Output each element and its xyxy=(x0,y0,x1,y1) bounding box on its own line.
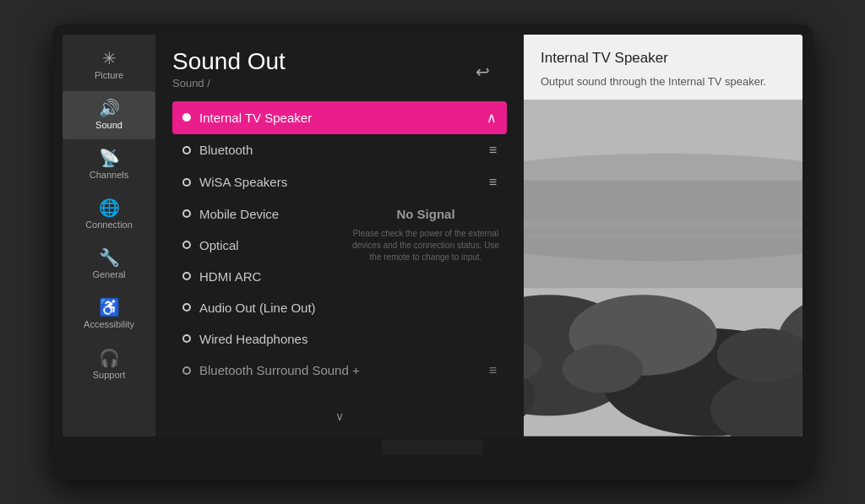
svg-point-8 xyxy=(562,344,643,393)
preview-desc: Output sound through the Internal TV spe… xyxy=(541,73,786,90)
radio-dot xyxy=(182,303,191,312)
radio-dot xyxy=(182,272,191,280)
general-icon: 🔧 xyxy=(99,249,120,266)
sound-item-label: HDMI ARC xyxy=(199,269,261,284)
radio-dot xyxy=(182,178,191,187)
sound-item-audio-out[interactable]: Audio Out (Line Out) xyxy=(172,292,507,323)
sound-item-label: Wired Headphones xyxy=(199,332,307,346)
main-content: Sound Out Sound / ↩ Internal TV Speaker … xyxy=(155,35,524,436)
sidebar-item-picture[interactable]: ✳ Picture xyxy=(63,41,155,89)
sound-item-label: Optical xyxy=(199,238,239,252)
channels-icon: 📡 xyxy=(99,149,120,166)
preview-panel: Internal TV Speaker Output sound through… xyxy=(524,35,802,436)
breadcrumb: Sound / xyxy=(172,77,507,89)
picture-icon: ✳ xyxy=(102,50,117,67)
sidebar-item-label: Connection xyxy=(85,219,133,230)
radio-dot xyxy=(182,241,191,249)
sidebar-item-label: Support xyxy=(93,370,126,381)
radio-dot xyxy=(182,209,191,218)
sidebar-item-connection[interactable]: 🌐 Connection xyxy=(63,191,155,239)
preview-title: Internal TV Speaker xyxy=(541,50,786,67)
tv-stand xyxy=(382,440,483,455)
accessibility-icon: ♿ xyxy=(99,299,120,316)
sidebar-item-general[interactable]: 🔧 General xyxy=(63,241,155,289)
radio-dot xyxy=(182,146,191,154)
menu-icon: ≡ xyxy=(489,175,497,190)
radio-dot xyxy=(182,334,191,343)
sound-list: Internal TV Speaker ∧ Bluetooth ≡ WiSA S… xyxy=(172,101,507,408)
support-icon: 🎧 xyxy=(99,350,120,366)
sidebar-item-accessibility[interactable]: ♿ Accessibility xyxy=(63,290,155,339)
sound-item-mobile-device[interactable]: Mobile Device xyxy=(172,198,507,230)
chevron-up-icon: ∧ xyxy=(487,110,497,126)
back-button[interactable]: ↩ xyxy=(476,62,490,82)
title-area: Sound Out Sound / xyxy=(172,48,507,101)
svg-point-13 xyxy=(524,154,802,262)
sound-item-label: Bluetooth xyxy=(199,143,253,157)
sound-item-bluetooth-surround[interactable]: Bluetooth Surround Sound + ≡ xyxy=(172,355,507,387)
radio-dot xyxy=(182,113,191,122)
tv-outer: ✳ Picture 🔊 Sound 📡 Channels 🌐 Connectio… xyxy=(52,24,813,480)
sidebar-item-label: General xyxy=(92,269,125,280)
connection-icon: 🌐 xyxy=(99,199,120,216)
sound-item-label: Bluetooth Surround Sound + xyxy=(199,363,360,377)
sound-icon: 🔊 xyxy=(99,100,120,117)
sound-item-label: Internal TV Speaker xyxy=(199,111,312,125)
header-area: Sound Out Sound / ↩ xyxy=(172,48,507,101)
sound-item-bluetooth[interactable]: Bluetooth ≡ xyxy=(172,134,507,166)
sound-item-wisa-speakers[interactable]: WiSA Speakers ≡ xyxy=(172,166,507,198)
menu-icon: ≡ xyxy=(489,363,497,378)
scroll-down-indicator: ∨ xyxy=(172,409,507,423)
sidebar-item-label: Accessibility xyxy=(84,319,134,330)
sidebar: ✳ Picture 🔊 Sound 📡 Channels 🌐 Connectio… xyxy=(63,35,155,436)
sidebar-item-label: Sound xyxy=(95,120,122,131)
sidebar-item-support[interactable]: 🎧 Support xyxy=(63,341,155,389)
radio-dot xyxy=(182,366,191,375)
sound-item-label: Audio Out (Line Out) xyxy=(199,301,316,315)
page-title: Sound Out xyxy=(172,48,507,75)
sidebar-item-sound[interactable]: 🔊 Sound xyxy=(63,91,155,139)
sidebar-item-label: Picture xyxy=(95,70,123,81)
menu-icon: ≡ xyxy=(489,143,497,158)
preview-image xyxy=(524,100,802,436)
tv-screen: ✳ Picture 🔊 Sound 📡 Channels 🌐 Connectio… xyxy=(63,35,802,436)
sidebar-item-label: Channels xyxy=(90,170,128,181)
sound-item-hdmi-arc[interactable]: HDMI ARC xyxy=(172,261,507,292)
sidebar-item-channels[interactable]: 📡 Channels xyxy=(63,141,155,189)
sound-item-optical[interactable]: Optical xyxy=(172,230,507,261)
sound-item-internal-tv-speaker[interactable]: Internal TV Speaker ∧ xyxy=(172,101,507,134)
preview-info: Internal TV Speaker Output sound through… xyxy=(524,35,802,100)
sound-item-wired-headphones[interactable]: Wired Headphones xyxy=(172,323,507,355)
sound-item-label: WiSA Speakers xyxy=(199,175,287,189)
sound-item-label: Mobile Device xyxy=(199,207,279,221)
